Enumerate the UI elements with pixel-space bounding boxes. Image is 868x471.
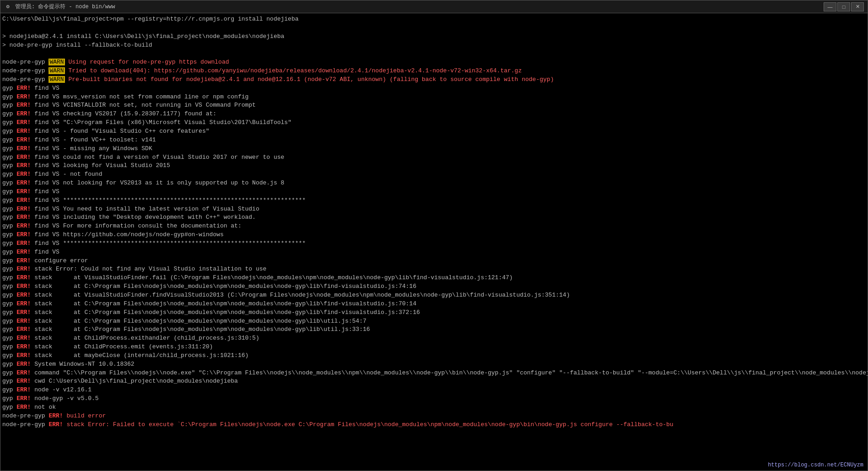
terminal-line: gyp ERR! find VS [2,84,866,93]
terminal-line: gyp ERR! find VS "C:\Program Files (x86)… [2,119,866,127]
terminal-line: gyp ERR! stack at VisualStudioFinder.fin… [2,291,866,300]
terminal-line: gyp ERR! node -v v12.16.1 [2,386,866,395]
minimize-button[interactable]: — [824,2,836,11]
terminal-line: gyp ERR! find VS https://github.com/node… [2,231,866,239]
terminal-output: C:\Users\Dell\js\final_project>npm --reg… [0,13,868,471]
terminal-line: node-pre-gyp WARN Pre-built binaries not… [2,76,866,84]
terminal-line: node-pre-gyp WARN Tried to download(404)… [2,67,866,76]
terminal-line: gyp ERR! System Windows-NT 10.0.18362 [2,360,866,369]
terminal-line: gyp ERR! stack at C:\Program Files\nodej… [2,325,866,334]
terminal-line: gyp ERR! find VS including the "Desktop … [2,213,866,222]
terminal-line: gyp ERR! command "C:\\Program Files\\nod… [2,369,866,378]
terminal-line: gyp ERR! find VS ***********************… [2,196,866,205]
terminal-line: gyp ERR! find VS VCINSTALLDIR not set, n… [2,101,866,110]
terminal-line: gyp ERR! stack at maybeClose (internal/c… [2,352,866,360]
terminal-line: gyp ERR! find VS - found "Visual Studio … [2,127,866,136]
terminal-line: node-pre-gyp ERR! stack Error: Failed to… [2,421,866,429]
terminal-line [2,24,866,32]
terminal-line: gyp ERR! find VS - found VC++ toolset: v… [2,136,866,145]
window-icon: ⚙ [4,3,11,11]
terminal-line: gyp ERR! stack at C:\Program Files\nodej… [2,309,866,317]
terminal-line: gyp ERR! stack at C:\Program Files\nodej… [2,317,866,326]
terminal-line: gyp ERR! cwd C:\Users\Dell\js\final_proj… [2,377,866,386]
terminal-line: node-pre-gyp ERR! build error [2,412,866,421]
terminal-line: gyp ERR! find VS checking VS2017 (15.9.2… [2,110,866,119]
maximize-button[interactable]: □ [837,2,850,11]
terminal-line: gyp ERR! find VS For more information co… [2,222,866,231]
window-title: 管理员: 命令提示符 - node bin/www [15,3,115,11]
terminal-window: ⚙ 管理员: 命令提示符 - node bin/www — □ ✕ C:\Use… [0,0,868,471]
terminal-line: gyp ERR! find VS msvs_version not set fr… [2,93,866,102]
terminal-line: gyp ERR! not ok [2,403,866,412]
terminal-line: gyp ERR! find VS could not find a versio… [2,153,866,162]
terminal-line: gyp ERR! find VS You need to install the… [2,205,866,214]
terminal-line: gyp ERR! find VS [2,188,866,196]
terminal-line: gyp ERR! stack at VisualStudioFinder.fai… [2,274,866,282]
terminal-line: gyp ERR! node-gyp -v v5.0.5 [2,395,866,403]
terminal-line: gyp ERR! find VS - missing any Windows S… [2,145,866,153]
title-bar: ⚙ 管理员: 命令提示符 - node bin/www — □ ✕ [0,0,868,13]
terminal-line: gyp ERR! stack at ChildProcess.exithandl… [2,334,866,343]
bottom-url: https://blog.csdn.net/ECNUyzm [768,462,863,468]
terminal-line: gyp ERR! stack at C:\Program Files\nodej… [2,300,866,309]
terminal-line [2,49,866,58]
terminal-line: gyp ERR! stack at ChildProcess.emit (eve… [2,343,866,352]
terminal-line: gyp ERR! find VS ***********************… [2,239,866,248]
terminal-line: > node-pre-gyp install --fallback-to-bui… [2,41,866,50]
terminal-line: gyp ERR! stack at C:\Program Files\nodej… [2,282,866,291]
title-bar-left: ⚙ 管理员: 命令提示符 - node bin/www [4,3,115,11]
terminal-line: > nodejieba@2.4.1 install C:\Users\Dell\… [2,32,866,41]
terminal-line: gyp ERR! find VS not looking for VS2013 … [2,179,866,188]
window-controls: — □ ✕ [824,2,864,11]
terminal-line: gyp ERR! stack Error: Could not find any… [2,265,866,274]
terminal-line: node-pre-gyp WARN Using request for node… [2,58,866,67]
terminal-line: gyp ERR! find VS looking for Visual Stud… [2,162,866,170]
close-button[interactable]: ✕ [851,2,864,11]
terminal-line: C:\Users\Dell\js\final_project>npm --reg… [2,15,866,24]
terminal-line: gyp ERR! find VS [2,248,866,257]
terminal-line: gyp ERR! find VS - not found [2,170,866,179]
terminal-line: gyp ERR! configure error [2,257,866,265]
